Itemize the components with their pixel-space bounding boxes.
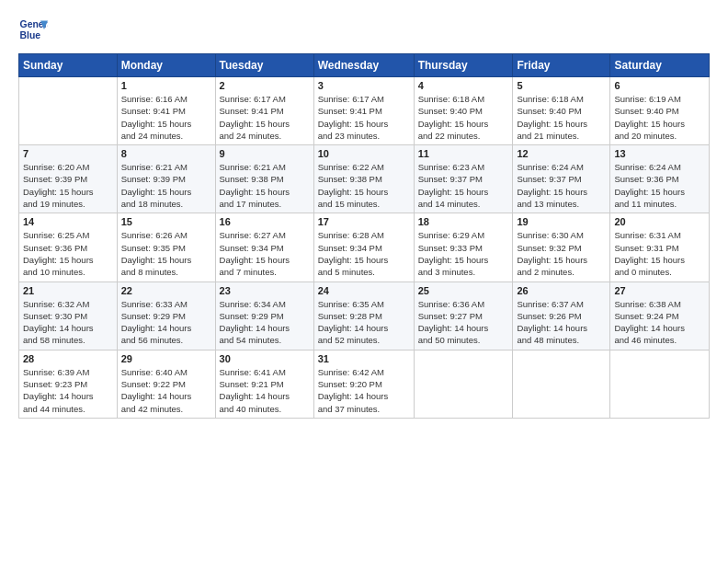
day-number: 2	[220, 80, 310, 91]
calendar-cell: 2Sunrise: 6:17 AM Sunset: 9:41 PM Daylig…	[215, 77, 313, 145]
calendar-cell: 23Sunrise: 6:34 AM Sunset: 9:29 PM Dayli…	[215, 282, 313, 350]
calendar-cell: 25Sunrise: 6:36 AM Sunset: 9:27 PM Dayli…	[414, 282, 513, 350]
calendar-cell: 12Sunrise: 6:24 AM Sunset: 9:37 PM Dayli…	[513, 145, 610, 213]
day-info: Sunrise: 6:29 AM Sunset: 9:33 PM Dayligh…	[418, 229, 509, 278]
calendar-cell: 11Sunrise: 6:23 AM Sunset: 9:37 PM Dayli…	[414, 145, 513, 213]
calendar-cell	[414, 350, 513, 418]
day-info: Sunrise: 6:41 AM Sunset: 9:21 PM Dayligh…	[220, 366, 310, 415]
calendar-cell	[513, 350, 610, 418]
day-info: Sunrise: 6:22 AM Sunset: 9:38 PM Dayligh…	[318, 161, 410, 210]
day-info: Sunrise: 6:17 AM Sunset: 9:41 PM Dayligh…	[220, 93, 310, 142]
day-info: Sunrise: 6:38 AM Sunset: 9:24 PM Dayligh…	[614, 298, 705, 347]
calendar-table: SundayMondayTuesdayWednesdayThursdayFrid…	[18, 53, 710, 419]
day-number: 30	[220, 353, 310, 364]
day-info: Sunrise: 6:40 AM Sunset: 9:22 PM Dayligh…	[121, 366, 211, 415]
day-number: 20	[614, 216, 705, 227]
day-number: 24	[318, 285, 410, 296]
day-number: 5	[517, 80, 606, 91]
day-number: 13	[614, 148, 705, 159]
calendar-cell: 18Sunrise: 6:29 AM Sunset: 9:33 PM Dayli…	[414, 213, 513, 282]
calendar-cell: 17Sunrise: 6:28 AM Sunset: 9:34 PM Dayli…	[313, 213, 414, 282]
day-number: 31	[318, 353, 410, 364]
day-info: Sunrise: 6:31 AM Sunset: 9:31 PM Dayligh…	[614, 229, 705, 278]
calendar-week-row: 14Sunrise: 6:25 AM Sunset: 9:36 PM Dayli…	[19, 213, 710, 282]
calendar-cell: 24Sunrise: 6:35 AM Sunset: 9:28 PM Dayli…	[313, 282, 414, 350]
calendar-cell: 7Sunrise: 6:20 AM Sunset: 9:39 PM Daylig…	[19, 145, 118, 213]
day-info: Sunrise: 6:18 AM Sunset: 9:40 PM Dayligh…	[517, 93, 606, 142]
day-info: Sunrise: 6:36 AM Sunset: 9:27 PM Dayligh…	[418, 298, 509, 347]
day-info: Sunrise: 6:21 AM Sunset: 9:38 PM Dayligh…	[220, 161, 310, 210]
calendar-cell: 30Sunrise: 6:41 AM Sunset: 9:21 PM Dayli…	[215, 350, 313, 418]
calendar-cell: 22Sunrise: 6:33 AM Sunset: 9:29 PM Dayli…	[117, 282, 215, 350]
day-info: Sunrise: 6:37 AM Sunset: 9:26 PM Dayligh…	[517, 298, 606, 347]
calendar-cell: 21Sunrise: 6:32 AM Sunset: 9:30 PM Dayli…	[19, 282, 118, 350]
calendar-cell: 5Sunrise: 6:18 AM Sunset: 9:40 PM Daylig…	[513, 77, 610, 145]
day-info: Sunrise: 6:19 AM Sunset: 9:40 PM Dayligh…	[614, 93, 705, 142]
day-info: Sunrise: 6:33 AM Sunset: 9:29 PM Dayligh…	[121, 298, 211, 347]
calendar-cell: 9Sunrise: 6:21 AM Sunset: 9:38 PM Daylig…	[215, 145, 313, 213]
day-number: 29	[121, 353, 211, 364]
day-number: 11	[418, 148, 509, 159]
day-info: Sunrise: 6:35 AM Sunset: 9:28 PM Dayligh…	[318, 298, 410, 347]
calendar-cell: 1Sunrise: 6:16 AM Sunset: 9:41 PM Daylig…	[117, 77, 215, 145]
day-info: Sunrise: 6:24 AM Sunset: 9:37 PM Dayligh…	[517, 161, 606, 210]
calendar-cell: 14Sunrise: 6:25 AM Sunset: 9:36 PM Dayli…	[19, 213, 118, 282]
day-info: Sunrise: 6:42 AM Sunset: 9:20 PM Dayligh…	[318, 366, 410, 415]
day-number: 14	[23, 216, 113, 227]
calendar-cell: 26Sunrise: 6:37 AM Sunset: 9:26 PM Dayli…	[513, 282, 610, 350]
calendar-cell: 10Sunrise: 6:22 AM Sunset: 9:38 PM Dayli…	[313, 145, 414, 213]
calendar-cell: 4Sunrise: 6:18 AM Sunset: 9:40 PM Daylig…	[414, 77, 513, 145]
day-info: Sunrise: 6:27 AM Sunset: 9:34 PM Dayligh…	[220, 229, 310, 278]
day-number: 22	[121, 285, 211, 296]
day-number: 19	[517, 216, 606, 227]
weekday-header-sunday: Sunday	[19, 54, 118, 77]
day-number: 12	[517, 148, 606, 159]
day-number: 10	[318, 148, 410, 159]
day-number: 17	[318, 216, 410, 227]
day-info: Sunrise: 6:25 AM Sunset: 9:36 PM Dayligh…	[23, 229, 113, 278]
day-number: 28	[23, 353, 113, 364]
day-info: Sunrise: 6:24 AM Sunset: 9:36 PM Dayligh…	[614, 161, 705, 210]
calendar-cell: 8Sunrise: 6:21 AM Sunset: 9:39 PM Daylig…	[117, 145, 215, 213]
calendar-cell: 29Sunrise: 6:40 AM Sunset: 9:22 PM Dayli…	[117, 350, 215, 418]
day-info: Sunrise: 6:39 AM Sunset: 9:23 PM Dayligh…	[23, 366, 113, 415]
day-number: 9	[220, 148, 310, 159]
day-info: Sunrise: 6:20 AM Sunset: 9:39 PM Dayligh…	[23, 161, 113, 210]
day-number: 23	[220, 285, 310, 296]
calendar-week-row: 1Sunrise: 6:16 AM Sunset: 9:41 PM Daylig…	[19, 77, 710, 145]
calendar-cell: 3Sunrise: 6:17 AM Sunset: 9:41 PM Daylig…	[313, 77, 414, 145]
calendar-week-row: 7Sunrise: 6:20 AM Sunset: 9:39 PM Daylig…	[19, 145, 710, 213]
day-info: Sunrise: 6:30 AM Sunset: 9:32 PM Dayligh…	[517, 229, 606, 278]
day-number: 27	[614, 285, 705, 296]
header: General Blue	[18, 15, 710, 44]
weekday-header-friday: Friday	[513, 54, 610, 77]
day-number: 15	[121, 216, 211, 227]
weekday-header-thursday: Thursday	[414, 54, 513, 77]
weekday-header-tuesday: Tuesday	[215, 54, 313, 77]
calendar-header-row: SundayMondayTuesdayWednesdayThursdayFrid…	[19, 54, 710, 77]
calendar-cell: 27Sunrise: 6:38 AM Sunset: 9:24 PM Dayli…	[610, 282, 710, 350]
day-number: 8	[121, 148, 211, 159]
logo: General Blue	[18, 15, 51, 44]
day-info: Sunrise: 6:17 AM Sunset: 9:41 PM Dayligh…	[318, 93, 410, 142]
day-info: Sunrise: 6:18 AM Sunset: 9:40 PM Dayligh…	[418, 93, 509, 142]
day-number: 25	[418, 285, 509, 296]
calendar-week-row: 21Sunrise: 6:32 AM Sunset: 9:30 PM Dayli…	[19, 282, 710, 350]
calendar-cell	[19, 77, 118, 145]
day-info: Sunrise: 6:21 AM Sunset: 9:39 PM Dayligh…	[121, 161, 211, 210]
day-number: 7	[23, 148, 113, 159]
day-info: Sunrise: 6:16 AM Sunset: 9:41 PM Dayligh…	[121, 93, 211, 142]
calendar-cell: 16Sunrise: 6:27 AM Sunset: 9:34 PM Dayli…	[215, 213, 313, 282]
day-info: Sunrise: 6:34 AM Sunset: 9:29 PM Dayligh…	[220, 298, 310, 347]
day-number: 4	[418, 80, 509, 91]
calendar-cell: 28Sunrise: 6:39 AM Sunset: 9:23 PM Dayli…	[19, 350, 118, 418]
day-info: Sunrise: 6:32 AM Sunset: 9:30 PM Dayligh…	[23, 298, 113, 347]
day-info: Sunrise: 6:23 AM Sunset: 9:37 PM Dayligh…	[418, 161, 509, 210]
day-number: 3	[318, 80, 410, 91]
day-number: 21	[23, 285, 113, 296]
logo-icon: General Blue	[18, 15, 48, 44]
calendar-cell: 31Sunrise: 6:42 AM Sunset: 9:20 PM Dayli…	[313, 350, 414, 418]
calendar-cell: 15Sunrise: 6:26 AM Sunset: 9:35 PM Dayli…	[117, 213, 215, 282]
calendar-cell: 13Sunrise: 6:24 AM Sunset: 9:36 PM Dayli…	[610, 145, 710, 213]
day-info: Sunrise: 6:26 AM Sunset: 9:35 PM Dayligh…	[121, 229, 211, 278]
